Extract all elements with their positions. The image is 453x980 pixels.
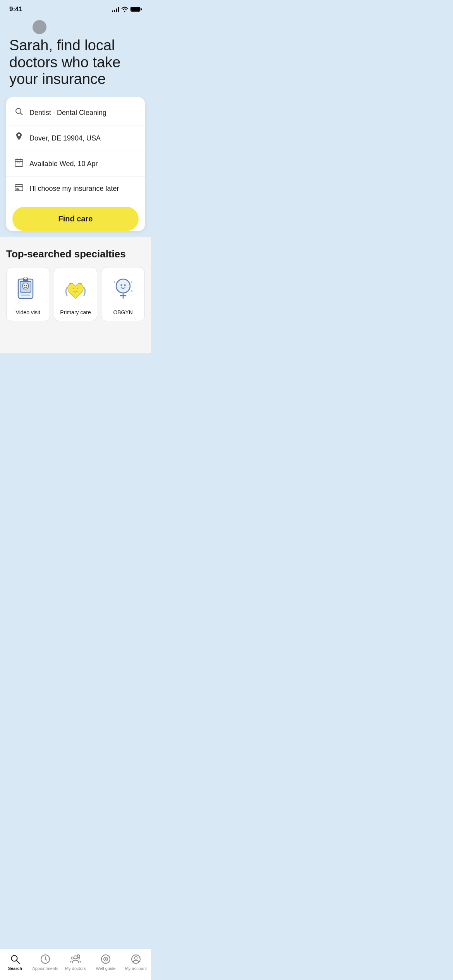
location-icon (14, 132, 24, 144)
video-visit-label: Video visit (16, 309, 41, 315)
primary-care-icon (60, 274, 91, 305)
location-row[interactable]: Dover, DE 19904, USA (6, 125, 145, 151)
main-content: Top-searched specialties (0, 237, 151, 353)
primary-care-label: Primary care (60, 309, 91, 315)
status-icons (112, 7, 142, 12)
obgyn-icon (108, 274, 139, 305)
specialty-row[interactable]: Dentist · Dental Cleaning (6, 100, 145, 125)
status-time: 9:41 (9, 5, 22, 13)
insurance-icon (14, 183, 24, 194)
svg-rect-10 (26, 277, 26, 279)
svg-point-20 (114, 281, 115, 283)
specialty-card-obgyn[interactable]: OBGYN (101, 267, 145, 321)
find-care-button[interactable]: Find care (12, 207, 139, 231)
signal-icon (112, 7, 119, 12)
calendar-icon (14, 158, 24, 169)
date-field: Available Wed, 10 Apr (29, 160, 98, 168)
search-icon (14, 107, 24, 118)
status-bar: 9:41 (0, 0, 151, 16)
date-row[interactable]: Available Wed, 10 Apr (6, 151, 145, 176)
avatar (33, 20, 46, 34)
specialty-list: Video visit Primary care (6, 267, 145, 321)
svg-rect-14 (21, 295, 30, 296)
svg-point-16 (77, 288, 78, 289)
insurance-row[interactable]: I'll choose my insurance later (6, 176, 145, 200)
location-field: Dover, DE 19904, USA (29, 134, 101, 142)
battery-icon (130, 7, 142, 12)
svg-point-17 (116, 279, 130, 293)
svg-rect-4 (15, 185, 23, 191)
specialty-card-video-visit[interactable]: Video visit (6, 267, 50, 321)
specialty-field: Dentist · Dental Cleaning (29, 109, 106, 117)
svg-point-11 (22, 283, 29, 289)
svg-point-13 (26, 285, 27, 286)
page-title: Sarah, find local doctors who take your … (9, 37, 142, 88)
section-title: Top-searched specialties (6, 248, 145, 260)
obgyn-label: OBGYN (113, 309, 133, 315)
svg-point-21 (131, 281, 132, 283)
wifi-icon (121, 7, 128, 12)
insurance-field: I'll choose my insurance later (29, 185, 119, 193)
video-visit-icon (12, 274, 43, 305)
svg-point-12 (24, 285, 25, 286)
svg-rect-3 (19, 163, 20, 163)
header: Sarah, find local doctors who take your … (0, 16, 151, 97)
specialty-card-primary-care[interactable]: Primary care (54, 267, 98, 321)
search-card: Dentist · Dental Cleaning Dover, DE 1990… (6, 97, 145, 231)
svg-point-15 (73, 288, 74, 289)
svg-rect-2 (17, 163, 18, 163)
